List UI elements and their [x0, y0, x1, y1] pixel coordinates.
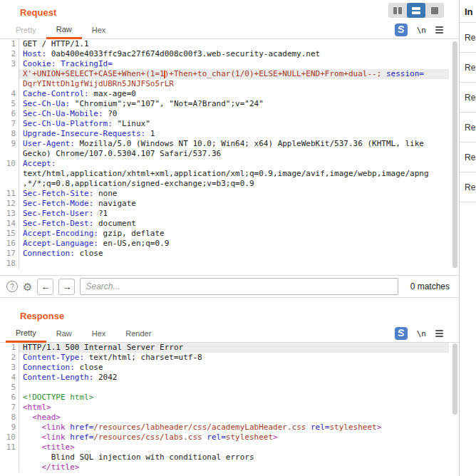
line-content[interactable]: Accept: [19, 159, 449, 169]
line-content[interactable]: DqrYINttDh1gfWijdUBRn5JNJFSo5rLR [19, 79, 449, 89]
line-content[interactable]: <html> [19, 403, 449, 413]
search-settings-gear-icon[interactable]: ⚙ [23, 281, 32, 292]
newline-toggle-icon[interactable]: \n [417, 329, 426, 338]
line-content[interactable]: Sec-Ch-Ua-Mobile: ?0 [19, 109, 449, 119]
newline-toggle-icon[interactable]: \n [417, 26, 426, 35]
line-content[interactable]: Sec-Ch-Ua: "Chromium";v="107", "Not=A?Br… [19, 99, 449, 109]
inspector-item[interactable]: Re [460, 52, 476, 82]
line-content[interactable]: ,*/*;q=0.8,application/signed-exchange;v… [19, 179, 449, 189]
code-segment: gzip, deflate [98, 229, 165, 238]
code-segment: ?0 [103, 109, 118, 118]
line-number: 9 [0, 139, 19, 149]
editor-menu-icon[interactable] [435, 26, 443, 33]
line-content[interactable]: Host: 0ab400e4033ffc9ac27f674d008c00f3.w… [19, 49, 449, 59]
code-segment: href= [70, 423, 93, 432]
tab-hex[interactable]: Hex [82, 325, 116, 342]
line-content[interactable]: Sec-Fetch-Mode: navigate [19, 199, 449, 209]
code-line: 6Sec-Ch-Ua-Mobile: ?0 [0, 109, 449, 119]
line-content[interactable]: <!DOCTYPE html> [19, 393, 449, 403]
line-number: 3 [0, 59, 19, 69]
line-content[interactable]: <link href=/resources/css/labs.css rel=s… [19, 433, 449, 443]
inspector-item[interactable]: Re [460, 82, 476, 112]
line-content[interactable]: Sec-Ch-Ua-Platform: "Linux" [19, 119, 449, 129]
line-content[interactable]: Accept-Language: en-US,en;q=0.9 [19, 239, 449, 249]
inspector-item[interactable]: Re [460, 142, 476, 172]
line-content[interactable]: Sec-Fetch-User: ?1 [19, 209, 449, 219]
inspector-panel: In ReReReReReRe [460, 0, 476, 476]
line-content[interactable]: GET / HTTP/1.1 [19, 39, 449, 49]
line-content[interactable]: Connection: close [19, 249, 449, 259]
inspector-item[interactable]: Re [460, 22, 476, 52]
line-content[interactable]: <title> [19, 443, 449, 452]
request-tabbar: PrettyRawHex \n [0, 21, 459, 39]
line-content[interactable] [19, 383, 449, 393]
response-scrollbar-thumb[interactable] [452, 343, 457, 415]
inspector-item[interactable]: Re [460, 112, 476, 142]
tab-hex[interactable]: Hex [82, 21, 116, 38]
line-content[interactable]: <head> [19, 413, 449, 423]
line-content[interactable]: Cache-Control: max-age=0 [19, 89, 449, 99]
response-editor[interactable]: 1HTTP/1.1 500 Internal Server Error2Cont… [0, 343, 459, 472]
line-content[interactable]: Blind SQL injection with conditional err… [19, 452, 449, 462]
line-content[interactable]: Connection: close [19, 363, 449, 373]
code-segment: Sec-Fetch-Dest: [23, 219, 93, 228]
code-segment: Mozilla/5.0 (Windows NT 10.0; Win64; x64… [75, 139, 424, 148]
code-line: 4Cache-Control: max-age=0 [0, 89, 449, 99]
search-input[interactable] [80, 278, 398, 295]
line-content[interactable]: User-Agent: Mozilla/5.0 (Windows NT 10.0… [19, 139, 449, 149]
layout-single-button[interactable] [425, 3, 444, 18]
tab-render[interactable]: Render [115, 325, 161, 342]
line-content[interactable]: Accept-Encoding: gzip, deflate [19, 229, 449, 239]
line-content[interactable]: <link href=/resources/labheader/css/acad… [19, 423, 449, 433]
syntax-style-icon[interactable] [395, 24, 408, 36]
tab-raw[interactable]: Raw [46, 325, 82, 342]
line-content[interactable]: Sec-Fetch-Dest: document [19, 219, 449, 229]
line-number: 9 [0, 423, 19, 433]
code-line: ,*/*;q=0.8,application/signed-exchange;v… [0, 179, 449, 189]
tab-pretty[interactable]: Pretty [6, 21, 46, 38]
code-segment: text/html; charset=utf-8 [84, 353, 202, 362]
line-content[interactable]: Cookie: TrackingId= [19, 59, 449, 69]
line-content[interactable]: Content-Length: 2042 [19, 373, 449, 383]
line-content[interactable]: </title> [19, 462, 449, 472]
line-content[interactable]: Gecko) Chrome/107.0.5304.107 Safari/537.… [19, 149, 449, 159]
inspector-item[interactable]: Re [460, 172, 476, 202]
code-segment: none [93, 189, 117, 198]
line-number: 10 [0, 159, 19, 169]
layout-rows-button[interactable] [407, 3, 425, 18]
rows-icon [412, 7, 420, 14]
request-editor[interactable]: 1GET / HTTP/1.12Host: 0ab400e4033ffc9ac2… [0, 39, 459, 269]
line-number: 2 [0, 353, 19, 363]
code-segment: Sec-Ch-Ua-Platform: [23, 119, 113, 128]
layout-columns-button[interactable] [388, 3, 407, 18]
code-segment: Blind SQL injection with conditional err… [23, 452, 254, 462]
line-number: 17 [0, 249, 19, 259]
tab-raw[interactable]: Raw [46, 21, 82, 39]
code-line: 17Connection: close [0, 249, 449, 259]
code-line: 3Connection: close [0, 363, 449, 373]
line-content[interactable]: X'+UNION+SELECT+CASE+When+(1=1)+Then+to_… [19, 69, 449, 79]
code-segment: <link [23, 423, 70, 432]
request-scrollbar-thumb[interactable] [452, 41, 457, 268]
line-content[interactable]: Upgrade-Insecure-Requests: 1 [19, 129, 449, 139]
editor-menu-icon[interactable] [435, 330, 443, 337]
line-content[interactable] [19, 259, 449, 269]
line-number [0, 69, 19, 79]
code-segment: HTTP/1.1 500 Internal Server Error [23, 343, 183, 352]
code-segment: close [75, 249, 103, 258]
code-segment: Sec-Ch-Ua: [23, 99, 70, 108]
line-content[interactable]: HTTP/1.1 500 Internal Server Error [19, 343, 449, 353]
line-content[interactable]: Sec-Fetch-Site: none [19, 189, 449, 199]
next-match-button[interactable]: → [58, 279, 75, 295]
previous-match-button[interactable]: ← [37, 279, 53, 295]
line-content[interactable]: text/html,application/xhtml+xml,applicat… [19, 169, 449, 179]
code-line: 13Sec-Fetch-User: ?1 [0, 209, 449, 219]
tab-pretty[interactable]: Pretty [6, 325, 46, 343]
syntax-style-icon[interactable] [395, 327, 408, 340]
request-editor-icons: \n [395, 21, 459, 38]
search-help-icon[interactable]: ? [6, 281, 18, 292]
code-segment: </title> [23, 462, 79, 472]
line-content[interactable]: Content-Type: text/html; charset=utf-8 [19, 353, 449, 363]
code-segment: Accept: [23, 159, 56, 168]
code-segment: ?1 [93, 209, 108, 218]
